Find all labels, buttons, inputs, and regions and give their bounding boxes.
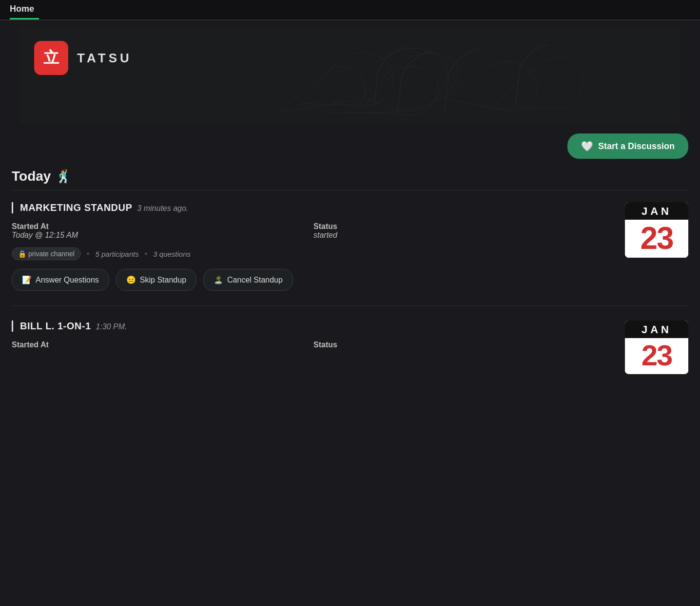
started-at-value: Today @ 12:15 AM bbox=[12, 231, 313, 240]
page-title: Home bbox=[10, 4, 690, 18]
calendar-1-day: 23 bbox=[625, 220, 688, 258]
calendar-2-day: 23 bbox=[625, 338, 688, 373]
standup-1-tags: 🔒 private channel • 5 participants • 3 q… bbox=[12, 247, 615, 260]
standup-1-calendar: JAN 23 bbox=[625, 202, 688, 258]
status-label: Status bbox=[313, 222, 615, 231]
standup-1-time-ago: 3 minutes ago. bbox=[137, 204, 188, 213]
dot-1: • bbox=[87, 249, 90, 258]
standup-2-started-at-label: Started At bbox=[12, 341, 313, 349]
skip-standup-label: Skip Standup bbox=[140, 276, 186, 284]
cancel-icon: 🏝️ bbox=[214, 275, 223, 284]
today-title: Today bbox=[12, 169, 51, 184]
progress-bar bbox=[10, 18, 39, 19]
standup-2-calendar: JAN 23 bbox=[625, 321, 688, 374]
standup-card-1: MARKETING STANDUP 3 minutes ago. Started… bbox=[12, 202, 688, 306]
answer-icon: 📝 bbox=[22, 275, 32, 284]
cancel-standup-button[interactable]: 🏝️ Cancel Standup bbox=[203, 269, 293, 291]
standup-2-title: BILL L. 1-ON-1 bbox=[20, 321, 91, 332]
top-bar: Home bbox=[0, 0, 700, 20]
cancel-standup-label: Cancel Standup bbox=[227, 276, 283, 284]
standup-2-meta: Started At Status bbox=[12, 341, 615, 349]
questions-count: 3 questions bbox=[153, 250, 191, 258]
started-at-label: Started At bbox=[12, 222, 313, 231]
standup-2-time: 1:30 PM. bbox=[96, 322, 127, 331]
standup-1-title: MARKETING STANDUP bbox=[20, 202, 132, 213]
status-value: started bbox=[313, 231, 615, 240]
start-discussion-label: Start a Discussion bbox=[598, 141, 675, 152]
calendar-1-month: JAN bbox=[625, 202, 688, 220]
heart-icon: 🤍 bbox=[581, 140, 593, 152]
standup-1-meta: Started At Today @ 12:15 AM Status start… bbox=[12, 222, 615, 240]
dot-2: • bbox=[145, 249, 148, 258]
section-divider bbox=[12, 190, 688, 190]
participants-count: 5 participants bbox=[95, 250, 138, 258]
tatsu-logo: 立 bbox=[34, 41, 68, 75]
today-emoji: 🕺 bbox=[56, 169, 71, 184]
answer-questions-label: Answer Questions bbox=[36, 276, 99, 284]
banner: 立 TATSU bbox=[19, 26, 681, 124]
today-section-header: Today 🕺 bbox=[12, 169, 688, 184]
standup-2-content: BILL L. 1-ON-1 1:30 PM. Started At Statu… bbox=[12, 321, 615, 357]
calendar-2-month: JAN bbox=[625, 321, 688, 338]
standup-2-title-row: BILL L. 1-ON-1 1:30 PM. bbox=[12, 321, 615, 332]
standup-card-2: BILL L. 1-ON-1 1:30 PM. Started At Statu… bbox=[12, 321, 688, 374]
main-content: 🤍 Start a Discussion Today 🕺 MARKETING S… bbox=[0, 124, 700, 398]
standup-1-content: MARKETING STANDUP 3 minutes ago. Started… bbox=[12, 202, 615, 291]
brand-name: TATSU bbox=[77, 51, 132, 66]
standup-2-status-label: Status bbox=[313, 341, 615, 349]
standup-1-actions: 📝 Answer Questions 😐 Skip Standup 🏝️ Can… bbox=[12, 269, 615, 291]
banner-content: 立 TATSU bbox=[34, 41, 132, 75]
discussion-button-row: 🤍 Start a Discussion bbox=[12, 133, 688, 159]
skip-standup-button[interactable]: 😐 Skip Standup bbox=[116, 269, 196, 291]
answer-questions-button[interactable]: 📝 Answer Questions bbox=[12, 269, 109, 291]
start-discussion-button[interactable]: 🤍 Start a Discussion bbox=[567, 133, 688, 159]
skip-icon: 😐 bbox=[126, 275, 136, 284]
standup-1-title-row: MARKETING STANDUP 3 minutes ago. bbox=[12, 202, 615, 213]
private-channel-badge: 🔒 private channel bbox=[12, 247, 81, 260]
